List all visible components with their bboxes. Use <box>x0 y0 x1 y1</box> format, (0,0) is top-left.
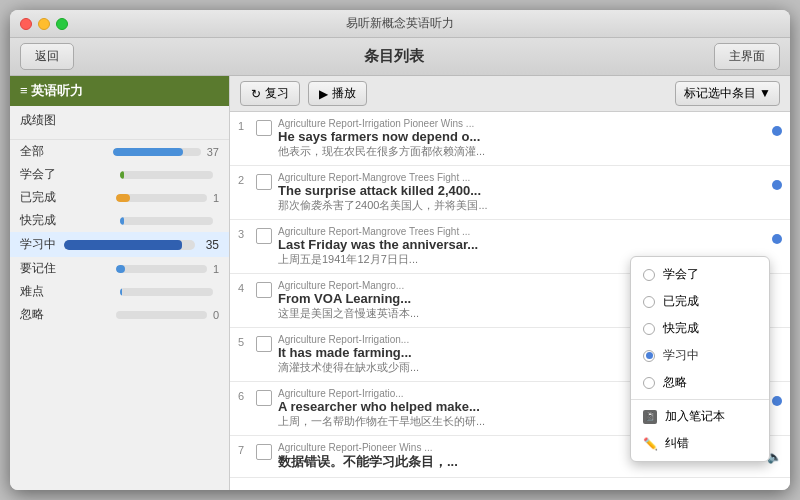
sidebar-item-learned[interactable]: 学会了 <box>10 163 229 186</box>
titlebar: 易听新概念英语听力 <box>10 10 790 38</box>
sidebar-item-hard[interactable]: 难点 <box>10 280 229 303</box>
sidebar-bar-all <box>113 148 200 156</box>
app-window: 易听新概念英语听力 返回 条目列表 主界面 ≡ 英语听力 成绩图 全部 37 学… <box>10 10 790 490</box>
refresh-icon: ↻ <box>251 87 261 101</box>
traffic-lights <box>20 18 68 30</box>
dropdown-item-notebook[interactable]: 📓 加入笔记本 <box>631 403 769 430</box>
sidebar-item-done-label: 已完成 <box>20 189 110 206</box>
sidebar-item-ignore-label: 忽略 <box>20 306 110 323</box>
item-checkbox[interactable] <box>256 120 272 136</box>
sidebar-item-remember-label: 要记住 <box>20 260 110 277</box>
item-number: 6 <box>238 388 256 402</box>
status-dot <box>772 126 782 136</box>
window-title: 易听新概念英语听力 <box>346 15 454 32</box>
sidebar-bar-done <box>116 194 206 202</box>
sidebar-item-done[interactable]: 已完成 1 <box>10 186 229 209</box>
item-checkbox[interactable] <box>256 390 272 406</box>
sidebar-item-all-label: 全部 <box>20 143 107 160</box>
item-checkbox[interactable] <box>256 444 272 460</box>
item-number: 5 <box>238 334 256 348</box>
item-title: Last Friday was the anniversar... <box>278 237 768 252</box>
mark-select-button[interactable]: 标记选中条目 ▼ <box>675 81 780 106</box>
item-sub: 他表示，现在农民在很多方面都依赖滴灌... <box>278 144 768 159</box>
dropdown-label-studying: 学习中 <box>663 347 699 364</box>
minimize-button[interactable] <box>38 18 50 30</box>
play-label: 播放 <box>332 85 356 102</box>
close-button[interactable] <box>20 18 32 30</box>
sidebar-bar-fill-learned <box>120 171 125 179</box>
dropdown-label-correct: 纠错 <box>665 435 689 452</box>
radio-done <box>643 296 655 308</box>
list-toolbar: ↻ 复习 ▶ 播放 标记选中条目 ▼ <box>230 76 790 112</box>
play-icon: ▶ <box>319 87 328 101</box>
page-title: 条目列表 <box>364 47 424 66</box>
dropdown-label-done: 已完成 <box>663 293 699 310</box>
sidebar-item-learned-label: 学会了 <box>20 166 114 183</box>
sidebar: ≡ 英语听力 成绩图 全部 37 学会了 已完成 <box>10 76 230 490</box>
sidebar-item-remember[interactable]: 要记住 1 <box>10 257 229 280</box>
sidebar-count-remember: 1 <box>213 263 219 275</box>
sidebar-count-all: 37 <box>207 146 219 158</box>
dropdown-divider <box>631 399 769 400</box>
sidebar-bar-ignore <box>116 311 206 319</box>
play-button[interactable]: ▶ 播放 <box>308 81 367 106</box>
sidebar-bar-fill-hard <box>120 288 123 296</box>
dropdown-label-ignore: 忽略 <box>663 374 687 391</box>
status-dot-empty <box>772 288 782 298</box>
dropdown-label-almost: 快完成 <box>663 320 699 337</box>
app-toolbar: 返回 条目列表 主界面 <box>10 38 790 76</box>
sidebar-item-ignore[interactable]: 忽略 0 <box>10 303 229 326</box>
sidebar-item-studying[interactable]: 学习中 35 <box>10 232 229 257</box>
sidebar-bar-learned <box>120 171 214 179</box>
dropdown-item-correct[interactable]: ✏️ 纠错 <box>631 430 769 457</box>
item-body: Agriculture Report-Mangrove Trees Fight … <box>278 172 768 213</box>
sidebar-bar-fill-done <box>116 194 130 202</box>
dropdown-menu: 学会了 已完成 快完成 学习中 忽略 <box>630 256 770 462</box>
item-category: Agriculture Report-Mangrove Trees Fight … <box>278 172 768 183</box>
item-number: 1 <box>238 118 256 132</box>
status-dot <box>772 180 782 190</box>
sidebar-item-hard-label: 难点 <box>20 283 114 300</box>
item-number: 2 <box>238 172 256 186</box>
sidebar-count-done: 1 <box>213 192 219 204</box>
radio-almost <box>643 323 655 335</box>
sidebar-bar-almost <box>120 217 214 225</box>
sidebar-bar-fill-almost <box>120 217 125 225</box>
back-button[interactable]: 返回 <box>20 43 74 70</box>
dropdown-item-ignore[interactable]: 忽略 <box>631 369 769 396</box>
main-button[interactable]: 主界面 <box>714 43 780 70</box>
status-dot <box>772 234 782 244</box>
item-number: 3 <box>238 226 256 240</box>
maximize-button[interactable] <box>56 18 68 30</box>
item-category: Agriculture Report-Irrigation Pioneer Wi… <box>278 118 768 129</box>
list-item[interactable]: 1 Agriculture Report-Irrigation Pioneer … <box>230 112 790 166</box>
sidebar-item-almost-label: 快完成 <box>20 212 114 229</box>
sidebar-bar-fill-remember <box>116 265 125 273</box>
list-item[interactable]: 2 Agriculture Report-Mangrove Trees Figh… <box>230 166 790 220</box>
dropdown-item-studying[interactable]: 学习中 <box>631 342 769 369</box>
chart-label: 成绩图 <box>20 112 219 129</box>
item-checkbox[interactable] <box>256 228 272 244</box>
item-checkbox[interactable] <box>256 174 272 190</box>
dropdown-label-notebook: 加入笔记本 <box>665 408 725 425</box>
sidebar-bar-remember <box>116 265 206 273</box>
status-dot <box>772 396 782 406</box>
review-label: 复习 <box>265 85 289 102</box>
review-button[interactable]: ↻ 复习 <box>240 81 300 106</box>
sidebar-item-all[interactable]: 全部 37 <box>10 140 229 163</box>
sidebar-item-almost[interactable]: 快完成 <box>10 209 229 232</box>
item-sub: 那次偷袭杀害了2400名美国人，并将美国... <box>278 198 768 213</box>
dropdown-item-almost[interactable]: 快完成 <box>631 315 769 342</box>
item-checkbox[interactable] <box>256 336 272 352</box>
item-number: 4 <box>238 280 256 294</box>
dropdown-item-done[interactable]: 已完成 <box>631 288 769 315</box>
dropdown-item-learned[interactable]: 学会了 <box>631 261 769 288</box>
item-checkbox[interactable] <box>256 282 272 298</box>
sidebar-bar-fill-all <box>113 148 183 156</box>
studying-count: 35 <box>199 238 219 252</box>
radio-filled-indicator <box>646 352 653 359</box>
studying-label: 学习中 <box>20 236 60 253</box>
radio-studying <box>643 350 655 362</box>
item-title: The surprise attack killed 2,400... <box>278 183 768 198</box>
sidebar-count-ignore: 0 <box>213 309 219 321</box>
